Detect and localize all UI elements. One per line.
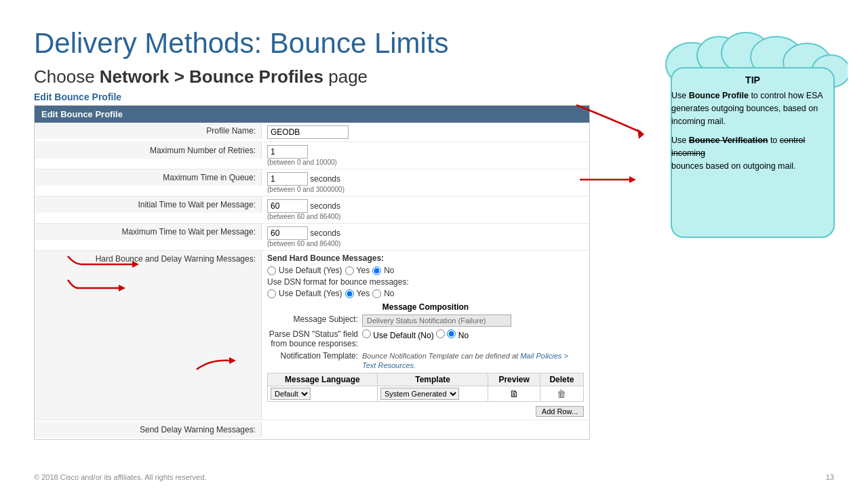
hard-bounce-content: Send Hard Bounce Messages: Use Default (…	[262, 251, 589, 420]
footer: © 2018 Cisco and/or its affiliates. All …	[34, 473, 834, 481]
hard-bounce-no-radio[interactable]	[372, 266, 381, 275]
table-row: Default System Generated	[268, 386, 584, 402]
max-retries-row: Maximum Number of Retries: (between 0 an…	[35, 142, 589, 169]
notif-template-link[interactable]: Mail Policies > Text Resources.	[362, 352, 568, 369]
msg-subject-input[interactable]	[362, 314, 511, 327]
initial-time-unit: seconds	[310, 201, 340, 211]
notif-template-row: Notification Template: Bounce Notificati…	[267, 351, 584, 370]
preview-icon[interactable]: 🗎	[509, 388, 519, 399]
tip-cloud: TIP Use Bounce Profile to control how ES…	[658, 27, 848, 193]
profile-name-label: Profile Name:	[35, 123, 262, 139]
max-retries-hint: (between 0 and 10000)	[267, 159, 584, 166]
msg-subject-row: Message Subject:	[267, 314, 584, 327]
max-time-queue-input[interactable]	[267, 172, 308, 186]
hard-bounce-yes-label: Yes	[357, 266, 370, 275]
max-time-queue-value: seconds (between 0 and 3000000)	[262, 169, 589, 196]
subtitle-bold: Network > Bounce Profiles	[100, 66, 323, 87]
send-hard-bounce-title: Send Hard Bounce Messages:	[267, 253, 584, 263]
hard-bounce-use-default-radio[interactable]	[267, 266, 276, 275]
template-table: Message Language Template Preview Delete	[267, 373, 584, 402]
msg-composition: Message Composition Message Subject: Par…	[267, 302, 584, 402]
svg-marker-13	[629, 176, 636, 183]
page-number: 13	[826, 473, 834, 481]
max-time-wait-hint: (between 60 and 86400)	[267, 240, 584, 247]
language-select[interactable]: Default	[271, 388, 311, 400]
profile-name-row: Profile Name:	[35, 123, 589, 142]
parse-no2-label: No	[458, 331, 469, 340]
dsn-yes-radio[interactable]	[345, 289, 354, 298]
preview-cell: 🗎	[488, 386, 540, 402]
hard-bounce-use-default-label: Use Default (Yes)	[279, 266, 342, 275]
max-time-wait-value: seconds (between 60 and 86400)	[262, 224, 589, 250]
subtitle-plain: Choose	[34, 66, 100, 87]
hard-bounce-label: Hard Bounce and Delay Warning Messages:	[35, 251, 262, 420]
delete-icon[interactable]: 🗑	[557, 388, 566, 399]
tip-bold-profile: Bounce Profile	[689, 91, 749, 100]
tip-text1: Use Bounce Profile to control how ESA ge…	[671, 89, 834, 127]
copyright-text: © 2018 Cisco and/or its affiliates. All …	[34, 473, 206, 481]
initial-time-row: Initial Time to Wait per Message: second…	[35, 197, 589, 224]
dsn-use-default-radio[interactable]	[267, 289, 276, 298]
max-time-queue-row: Maximum Time in Queue: seconds (between …	[35, 169, 589, 197]
initial-time-hint: (between 60 and 86400)	[267, 213, 584, 220]
max-time-queue-label: Maximum Time in Queue:	[35, 169, 262, 186]
profile-name-value	[262, 123, 589, 142]
send-delay-row: Send Delay Warning Messages:	[35, 420, 589, 439]
hard-bounce-row: Hard Bounce and Delay Warning Messages: …	[35, 251, 589, 420]
parse-dsn-value: Use Default (No) No	[362, 329, 584, 340]
max-time-wait-label: Maximum Time to Wait per Message:	[35, 224, 262, 240]
form-container: Edit Bounce Profile Profile Name: Maximu…	[34, 105, 590, 440]
profile-name-input[interactable]	[267, 125, 349, 139]
initial-time-value: seconds (between 60 and 86400)	[262, 197, 589, 223]
parse-dsn-row: Parse DSN "Status" field from bounce res…	[267, 329, 584, 348]
dsn-yes-label: Yes	[357, 289, 370, 298]
notif-template-label: Notification Template:	[267, 351, 362, 361]
delete-cell: 🗑	[540, 386, 583, 402]
subtitle-end: page	[323, 66, 368, 87]
col-preview: Preview	[488, 373, 540, 386]
tip-bold-verification: Bounce Verification	[689, 136, 768, 145]
language-cell: Default	[268, 386, 378, 402]
col-template: Template	[377, 373, 488, 386]
send-delay-value	[262, 427, 589, 432]
initial-time-input[interactable]	[267, 199, 308, 213]
max-retries-input[interactable]	[267, 145, 308, 159]
parse-use-default-radio[interactable]	[362, 329, 371, 338]
dsn-format-row: Use DSN format for bounce messages:	[267, 277, 584, 287]
hard-bounce-no-label: No	[384, 266, 394, 275]
add-row-button[interactable]: Add Row...	[536, 406, 584, 417]
parse-no-radio[interactable]	[436, 329, 445, 338]
msg-composition-title: Message Composition	[267, 302, 584, 312]
send-delay-label: Send Delay Warning Messages:	[35, 422, 262, 438]
hard-bounce-yes-radio[interactable]	[345, 266, 354, 275]
form-body: Profile Name: Maximum Number of Retries:…	[35, 123, 589, 439]
max-time-wait-unit: seconds	[310, 228, 340, 238]
col-delete: Delete	[540, 373, 583, 386]
max-time-wait-row: Maximum Time to Wait per Message: second…	[35, 224, 589, 251]
notif-template-value: Bounce Notification Template can be defi…	[362, 351, 584, 370]
max-time-wait-input[interactable]	[267, 226, 308, 240]
tip-text2: Use Bounce Verification to control incom…	[671, 134, 834, 172]
svg-marker-12	[637, 129, 644, 139]
dsn-no-radio[interactable]	[372, 289, 381, 298]
dsn-options-row: Use Default (Yes) Yes No	[267, 289, 584, 298]
max-retries-label: Maximum Number of Retries:	[35, 142, 262, 159]
max-retries-value: (between 0 and 10000)	[262, 142, 589, 169]
col-message-language: Message Language	[268, 373, 378, 386]
template-select[interactable]: System Generated	[380, 388, 459, 400]
template-cell: System Generated	[377, 386, 488, 402]
slide: Delivery Methods: Bounce Limits Choose N…	[0, 0, 868, 488]
form-header: Edit Bounce Profile	[35, 106, 589, 123]
msg-subject-label: Message Subject:	[267, 314, 362, 324]
dsn-use-default-label: Use Default (Yes)	[279, 289, 342, 298]
max-time-queue-unit: seconds	[310, 174, 340, 184]
msg-subject-value	[362, 314, 584, 327]
dsn-no-label: No	[384, 289, 394, 298]
parse-use-default-label: Use Default (No)	[373, 331, 433, 340]
parse-dsn-label: Parse DSN "Status" field from bounce res…	[267, 329, 362, 348]
dsn-format-label: Use DSN format for bounce messages:	[267, 277, 409, 287]
max-time-queue-hint: (between 0 and 3000000)	[267, 186, 584, 193]
tip-label: TIP	[671, 75, 834, 85]
notif-template-text: Bounce Notification Template can be defi…	[362, 352, 568, 369]
parse-no2-radio[interactable]	[447, 329, 456, 338]
